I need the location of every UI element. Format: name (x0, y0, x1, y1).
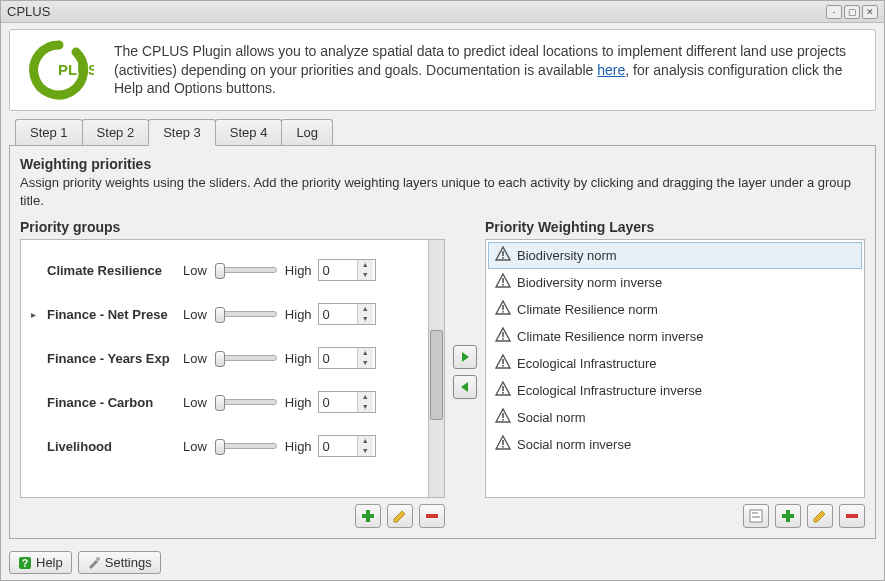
priority-layer-item[interactable]: Climate Resilience norm inverse (488, 323, 862, 350)
spin-down[interactable]: ▼ (358, 270, 373, 280)
layer-properties-button[interactable] (743, 504, 769, 528)
scrollbar-thumb[interactable] (430, 330, 443, 420)
tab-bar: Step 1Step 2Step 3Step 4Log (15, 119, 876, 146)
weight-spinbox[interactable]: ▲▼ (318, 303, 376, 325)
weight-input[interactable] (319, 437, 357, 456)
priority-area: Priority groups Climate ResilienceLowHig… (20, 215, 865, 528)
tab-step-3[interactable]: Step 3 (148, 119, 216, 146)
priority-layer-item[interactable]: Social norm (488, 404, 862, 431)
weight-slider[interactable] (215, 311, 277, 317)
remove-layer-button[interactable] (839, 504, 865, 528)
svg-text:PLUS: PLUS (58, 61, 94, 78)
weight-input[interactable] (319, 349, 357, 368)
svg-rect-3 (426, 514, 438, 518)
help-button[interactable]: ? Help (9, 551, 72, 574)
svg-rect-10 (502, 332, 504, 337)
priority-layer-item[interactable]: Social norm inverse (488, 431, 862, 458)
priority-layers-toolbar (485, 504, 865, 528)
window-controls: ‐ ▢ ✕ (826, 5, 878, 19)
warning-icon (495, 273, 511, 292)
weight-spinbox[interactable]: ▲▼ (318, 347, 376, 369)
priority-group-label: Climate Resilience (47, 263, 177, 278)
weight-input[interactable] (319, 305, 357, 324)
priority-group-row[interactable]: ▸Finance - Net PreseLowHigh▲▼ (31, 292, 422, 336)
move-right-button[interactable] (453, 345, 477, 369)
svg-rect-16 (502, 413, 504, 418)
weight-slider[interactable] (215, 443, 277, 449)
content-area: PLUS The CPLUS Plugin allows you to anal… (1, 23, 884, 545)
low-label: Low (183, 307, 207, 322)
slider-thumb[interactable] (215, 263, 225, 279)
add-layer-button[interactable] (775, 504, 801, 528)
priority-group-row[interactable]: Finance - Years ExpLowHigh▲▼ (31, 336, 422, 380)
weight-spinbox[interactable]: ▲▼ (318, 435, 376, 457)
tab-log[interactable]: Log (281, 119, 333, 146)
priority-layer-label: Ecological Infrastructure inverse (517, 383, 702, 398)
high-label: High (285, 307, 312, 322)
weight-slider[interactable] (215, 399, 277, 405)
titlebar: CPLUS ‐ ▢ ✕ (1, 1, 884, 23)
svg-rect-13 (502, 365, 504, 367)
spin-up[interactable]: ▲ (358, 348, 373, 358)
slider-thumb[interactable] (215, 439, 225, 455)
weight-input[interactable] (319, 261, 357, 280)
settings-button[interactable]: Settings (78, 551, 161, 574)
priority-layer-item[interactable]: Ecological Infrastructure (488, 350, 862, 377)
slider-thumb[interactable] (215, 351, 225, 367)
priority-group-label: Finance - Carbon (47, 395, 177, 410)
priority-layer-item[interactable]: Biodiversity norm inverse (488, 269, 862, 296)
high-label: High (285, 439, 312, 454)
documentation-link[interactable]: here (597, 62, 625, 78)
spin-up[interactable]: ▲ (358, 436, 373, 446)
add-group-button[interactable] (355, 504, 381, 528)
weight-input[interactable] (319, 393, 357, 412)
priority-groups-list: Climate ResilienceLowHigh▲▼▸Finance - Ne… (20, 239, 429, 498)
warning-icon (495, 435, 511, 454)
priority-groups-scrollbar[interactable] (429, 239, 445, 498)
tab-step-2[interactable]: Step 2 (82, 119, 150, 146)
edit-group-button[interactable] (387, 504, 413, 528)
svg-rect-19 (502, 446, 504, 448)
priority-layer-label: Social norm (517, 410, 586, 425)
priority-layer-item[interactable]: Climate Resilience norm (488, 296, 862, 323)
spin-down[interactable]: ▼ (358, 446, 373, 456)
spin-up[interactable]: ▲ (358, 392, 373, 402)
maximize-button[interactable]: ▢ (844, 5, 860, 19)
priority-layers-list[interactable]: Biodiversity normBiodiversity norm inver… (485, 239, 865, 498)
tab-step-1[interactable]: Step 1 (15, 119, 83, 146)
move-left-button[interactable] (453, 375, 477, 399)
low-label: Low (183, 439, 207, 454)
minimize-button[interactable]: ‐ (826, 5, 842, 19)
weight-slider[interactable] (215, 355, 277, 361)
priority-groups-column: Priority groups Climate ResilienceLowHig… (20, 215, 445, 528)
priority-groups-title: Priority groups (20, 219, 445, 235)
low-label: Low (183, 263, 207, 278)
priority-group-label: Livelihood (47, 439, 177, 454)
slider-thumb[interactable] (215, 307, 225, 323)
weight-spinbox[interactable]: ▲▼ (318, 259, 376, 281)
weight-spinbox[interactable]: ▲▼ (318, 391, 376, 413)
high-label: High (285, 395, 312, 410)
expand-icon[interactable]: ▸ (31, 309, 41, 320)
spin-down[interactable]: ▼ (358, 402, 373, 412)
remove-group-button[interactable] (419, 504, 445, 528)
priority-layer-item[interactable]: Ecological Infrastructure inverse (488, 377, 862, 404)
priority-group-label: Finance - Years Exp (47, 351, 177, 366)
priority-group-row[interactable]: Climate ResilienceLowHigh▲▼ (31, 248, 422, 292)
priority-layer-label: Social norm inverse (517, 437, 631, 452)
weight-slider[interactable] (215, 267, 277, 273)
spin-up[interactable]: ▲ (358, 304, 373, 314)
spin-down[interactable]: ▼ (358, 358, 373, 368)
priority-layer-item[interactable]: Biodiversity norm (488, 242, 862, 269)
tab-step-4[interactable]: Step 4 (215, 119, 283, 146)
warning-icon (495, 354, 511, 373)
slider-thumb[interactable] (215, 395, 225, 411)
svg-rect-25 (846, 514, 858, 518)
spin-up[interactable]: ▲ (358, 260, 373, 270)
close-button[interactable]: ✕ (862, 5, 878, 19)
footer: ? Help Settings (1, 545, 884, 580)
edit-layer-button[interactable] (807, 504, 833, 528)
priority-group-row[interactable]: Finance - CarbonLowHigh▲▼ (31, 380, 422, 424)
priority-group-row[interactable]: LivelihoodLowHigh▲▼ (31, 424, 422, 468)
spin-down[interactable]: ▼ (358, 314, 373, 324)
